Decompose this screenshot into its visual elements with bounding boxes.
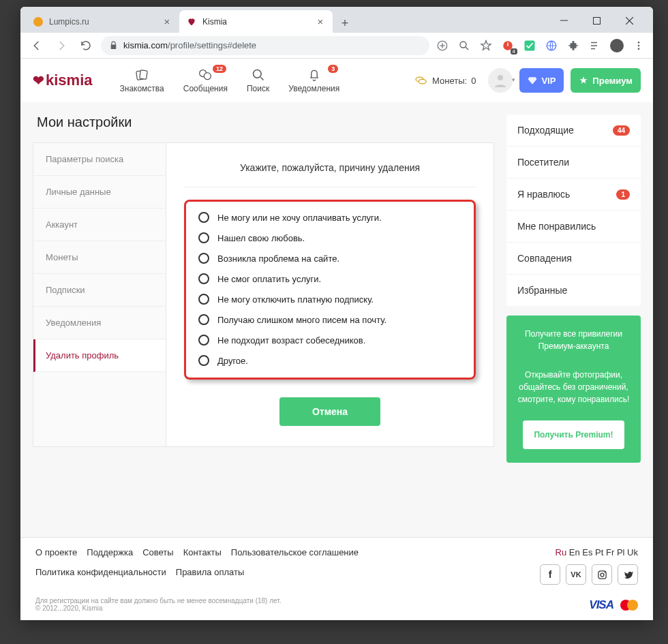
- forward-button[interactable]: [52, 36, 71, 55]
- favicon-lumpics: [33, 16, 44, 27]
- settings-panel: Параметры поиска Личные данные Аккаунт М…: [33, 142, 494, 447]
- reason-option[interactable]: Не могу или не хочу оплачивать услуги.: [198, 207, 461, 228]
- user-avatar[interactable]: ▾: [488, 68, 513, 93]
- menu-icon[interactable]: [631, 38, 646, 53]
- twitter-icon[interactable]: [618, 564, 638, 585]
- cancel-button[interactable]: Отмена: [279, 397, 380, 426]
- lang-option[interactable]: Es: [582, 547, 592, 557]
- facebook-icon[interactable]: f: [540, 564, 560, 585]
- minimize-button[interactable]: [553, 14, 574, 27]
- reason-option[interactable]: Не смог оплатить услуги.: [198, 269, 461, 289]
- nav-search-params[interactable]: Параметры поиска: [33, 143, 166, 176]
- site-header: ❤kismia Знакомства 12 Сообщения Поиск 3: [20, 59, 653, 102]
- vip-button[interactable]: VIP: [519, 68, 564, 93]
- side-menu: Подходящие44 Посетители Я нравлюсь1 Мне …: [506, 114, 641, 306]
- language-selector: Ru En Es Pt Fr Pl Uk: [540, 547, 638, 557]
- reason-option[interactable]: Не могу отключить платную подписку.: [198, 289, 461, 309]
- radio-icon: [198, 253, 209, 264]
- footer-link[interactable]: Контакты: [183, 547, 222, 557]
- tab-title: Kismia: [202, 17, 309, 27]
- svg-point-11: [610, 39, 624, 52]
- profile-avatar-icon[interactable]: [609, 38, 624, 53]
- footer-link[interactable]: О проекте: [35, 547, 77, 557]
- svg-point-23: [498, 75, 503, 80]
- svg-rect-16: [140, 70, 148, 80]
- side-likes-me[interactable]: Я нравлюсь1: [506, 179, 641, 211]
- nav-search[interactable]: Поиск: [247, 67, 269, 93]
- side-favorites[interactable]: Избранные: [506, 275, 641, 306]
- heart-icon: ❤: [33, 72, 44, 89]
- reading-list-icon[interactable]: [588, 38, 603, 53]
- side-mutual[interactable]: Совпадения: [506, 243, 641, 275]
- url-field[interactable]: kismia.com/profile/settings#delete: [101, 36, 429, 55]
- star-icon: [579, 76, 588, 85]
- back-button[interactable]: [27, 36, 46, 55]
- nav-dating[interactable]: Знакомства: [120, 67, 164, 93]
- coins-label: Монеты:: [432, 76, 467, 86]
- svg-point-25: [601, 573, 604, 577]
- extension-badge-icon[interactable]: 4: [500, 38, 515, 53]
- nav-coins[interactable]: Монеты: [33, 241, 166, 274]
- tab-bar: Lumpics.ru × Kismia × +: [20, 7, 653, 33]
- reload-button[interactable]: [76, 36, 95, 55]
- side-i-liked[interactable]: Мне понравились: [506, 211, 641, 243]
- svg-point-18: [204, 73, 211, 80]
- reason-option[interactable]: Нашел свою любовь.: [198, 228, 461, 248]
- instagram-icon[interactable]: [592, 564, 612, 585]
- close-icon[interactable]: ×: [162, 16, 172, 27]
- nav-personal-data[interactable]: Личные данные: [33, 176, 166, 209]
- new-tab-button[interactable]: +: [335, 14, 354, 33]
- reason-option[interactable]: Не подходит возраст собеседников.: [198, 330, 461, 350]
- nav-notifications[interactable]: Уведомления: [33, 307, 166, 339]
- extension-check-icon[interactable]: [522, 38, 537, 53]
- badge: 44: [613, 125, 630, 136]
- visa-logo: VISA: [589, 598, 613, 612]
- coins-display[interactable]: Монеты: 0: [414, 75, 476, 86]
- lang-option[interactable]: En: [569, 547, 580, 557]
- nav-subscriptions[interactable]: Подписки: [33, 274, 166, 307]
- reason-option[interactable]: Возникла проблема на сайте.: [198, 248, 461, 269]
- nav-notifications[interactable]: 3 Уведомления: [288, 67, 339, 93]
- nav-account[interactable]: Аккаунт: [33, 209, 166, 241]
- svg-line-20: [260, 77, 263, 80]
- premium-button[interactable]: Премиум: [571, 68, 641, 93]
- get-premium-button[interactable]: Получить Premium!: [523, 420, 624, 449]
- payment-logos: VISA: [589, 598, 638, 612]
- zoom-icon[interactable]: [457, 38, 472, 53]
- lang-option[interactable]: Fr: [606, 547, 614, 557]
- close-icon[interactable]: ×: [315, 16, 326, 27]
- site-logo[interactable]: ❤kismia: [33, 72, 93, 89]
- radio-icon: [198, 232, 209, 243]
- lang-option[interactable]: Pt: [595, 547, 603, 557]
- favicon-kismia: [186, 16, 197, 27]
- bookmark-icon[interactable]: [479, 38, 494, 53]
- lang-option[interactable]: Pl: [617, 547, 625, 557]
- radio-icon: [198, 314, 209, 325]
- lang-option[interactable]: Ru: [556, 547, 567, 557]
- lang-option[interactable]: Uk: [627, 547, 638, 557]
- globe-icon[interactable]: [544, 38, 559, 53]
- maximize-button[interactable]: [586, 14, 607, 27]
- svg-point-22: [419, 79, 426, 83]
- svg-point-6: [460, 42, 466, 48]
- install-icon[interactable]: [435, 38, 450, 53]
- reason-option[interactable]: Получаю слишком много писем на почту.: [198, 309, 461, 330]
- close-window-button[interactable]: [619, 14, 639, 27]
- vk-icon[interactable]: VK: [566, 564, 586, 585]
- promo-text: Открывайте фотографии, общайтесь без огр…: [516, 369, 631, 405]
- bell-icon: [307, 67, 322, 82]
- nav-messages[interactable]: 12 Сообщения: [183, 67, 228, 93]
- footer-link[interactable]: Поддержка: [87, 547, 133, 557]
- tab-lumpics[interactable]: Lumpics.ru ×: [26, 10, 179, 33]
- footer-link[interactable]: Пользовательское соглашение: [231, 547, 359, 557]
- extensions-icon[interactable]: [566, 38, 581, 53]
- side-visitors[interactable]: Посетители: [506, 147, 641, 179]
- reason-option[interactable]: Другое.: [198, 350, 461, 371]
- tab-kismia[interactable]: Kismia ×: [179, 10, 333, 33]
- footer-link[interactable]: Правила оплаты: [176, 567, 245, 577]
- nav-delete-profile[interactable]: Удалить профиль: [33, 339, 166, 372]
- footer-link[interactable]: Политика конфиденциальности: [35, 567, 166, 577]
- side-matches[interactable]: Подходящие44: [506, 114, 641, 147]
- footer-link[interactable]: Советы: [142, 547, 173, 557]
- nav-label: Поиск: [247, 84, 269, 93]
